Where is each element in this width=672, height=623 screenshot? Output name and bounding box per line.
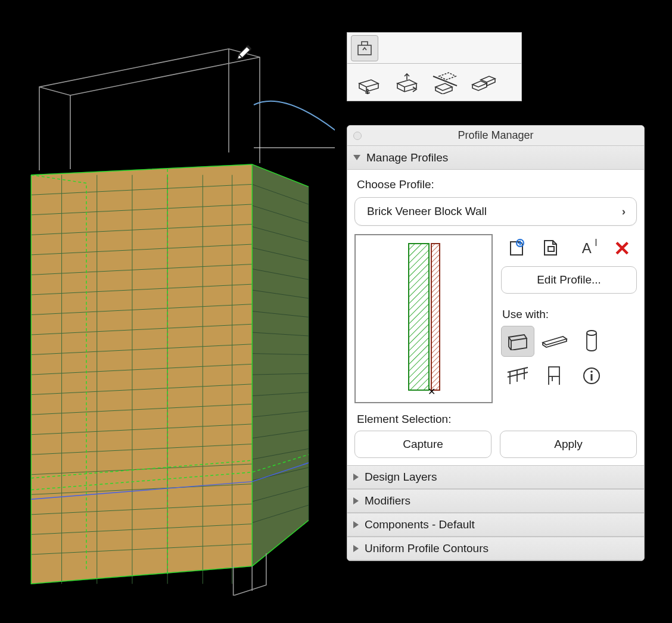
svg-marker-84 <box>543 337 567 345</box>
use-with-wall[interactable] <box>501 326 534 357</box>
svg-marker-69 <box>472 81 487 87</box>
section-components[interactable]: Components - Default <box>347 513 644 537</box>
svg-point-85 <box>587 331 596 335</box>
svg-rect-76 <box>431 244 440 390</box>
svg-rect-75 <box>409 244 429 390</box>
disclosure-right-icon <box>353 521 359 528</box>
duplicate-profile-icon <box>541 238 561 258</box>
svg-marker-63 <box>397 80 416 87</box>
svg-line-0 <box>70 57 260 95</box>
section-label: Modifiers <box>365 494 410 507</box>
capture-button[interactable]: Capture <box>354 431 491 458</box>
apply-label: Apply <box>554 438 583 451</box>
chevron-right-icon: › <box>622 205 626 218</box>
pencil-icon <box>234 44 254 64</box>
beam-icon <box>542 334 568 348</box>
section-design-layers[interactable]: Design Layers <box>347 465 644 489</box>
edit-profile-button[interactable]: Edit Profile... <box>501 266 637 294</box>
svg-marker-28 <box>31 164 252 584</box>
object-icon <box>544 365 565 387</box>
svg-marker-7 <box>252 164 309 566</box>
section-manage-profiles[interactable]: Manage Profiles <box>347 146 644 170</box>
rename-profile-icon: AI <box>582 240 592 257</box>
use-with-object[interactable] <box>538 360 571 391</box>
shift-box-icon[interactable] <box>393 70 421 94</box>
capture-label: Capture <box>403 438 443 451</box>
section-label: Uniform Profile Contours <box>365 542 489 555</box>
svg-point-94 <box>590 370 593 373</box>
duplicate-profile-button[interactable] <box>539 236 564 261</box>
disclosure-down-icon <box>353 155 360 160</box>
disclosure-right-icon <box>353 545 359 552</box>
rename-profile-button[interactable]: AI <box>574 236 599 261</box>
new-profile-icon <box>506 238 526 258</box>
choose-profile-label: Choose Profile: <box>357 178 634 191</box>
railing-icon <box>505 366 530 385</box>
svg-marker-82 <box>509 335 527 341</box>
section-contours[interactable]: Uniform Profile Contours <box>347 537 644 560</box>
delete-profile-button[interactable]: ✕ <box>609 236 634 261</box>
use-with-info[interactable] <box>575 360 608 391</box>
profile-preview: ✕ <box>354 234 493 403</box>
svg-line-67 <box>433 76 457 86</box>
disclosure-right-icon <box>353 497 359 504</box>
use-with-railing[interactable] <box>501 360 534 391</box>
close-window-button[interactable] <box>353 132 362 140</box>
panel-title: Profile Manager <box>347 129 644 142</box>
element-selection-label: Element Selection: <box>357 413 634 426</box>
svg-text:✕: ✕ <box>428 387 435 396</box>
svg-rect-89 <box>549 367 559 376</box>
model-viewport[interactable] <box>8 8 334 615</box>
toolbox-parent-button[interactable] <box>351 35 378 61</box>
goto-parent-icon <box>356 39 374 57</box>
edit-profile-label: Edit Profile... <box>537 273 601 286</box>
section-label: Manage Profiles <box>366 151 448 164</box>
profile-dropdown-value: Brick Veneer Block Wall <box>367 205 487 218</box>
svg-rect-95 <box>591 374 593 381</box>
svg-rect-81 <box>548 247 554 251</box>
use-with-label: Use with: <box>502 308 636 321</box>
delete-profile-icon: ✕ <box>614 236 630 260</box>
svg-marker-70 <box>481 76 495 82</box>
wall-icon <box>506 332 529 350</box>
section-modifiers[interactable]: Modifiers <box>347 489 644 513</box>
svg-rect-58 <box>358 45 371 55</box>
cut-box-icon[interactable] <box>431 70 459 94</box>
svg-marker-68 <box>439 73 456 80</box>
move-box-icon[interactable] <box>354 70 383 94</box>
wall-model[interactable] <box>24 161 321 596</box>
svg-marker-66 <box>435 83 452 91</box>
use-with-column[interactable] <box>575 326 608 357</box>
pet-palette <box>347 32 522 101</box>
section-label: Components - Default <box>365 518 475 531</box>
svg-marker-59 <box>359 80 378 87</box>
column-icon <box>584 329 599 353</box>
use-with-beam[interactable] <box>538 326 571 357</box>
info-icon <box>582 366 601 385</box>
section-label: Design Layers <box>365 471 437 484</box>
multi-box-icon[interactable] <box>469 70 497 94</box>
new-profile-button[interactable] <box>503 236 528 261</box>
panel-titlebar[interactable]: Profile Manager <box>347 126 644 146</box>
apply-button[interactable]: Apply <box>500 431 637 458</box>
profile-dropdown[interactable]: Brick Veneer Block Wall › <box>354 197 637 226</box>
profile-manager-panel: Profile Manager Manage Profiles Choose P… <box>347 125 645 561</box>
disclosure-right-icon <box>353 474 359 481</box>
